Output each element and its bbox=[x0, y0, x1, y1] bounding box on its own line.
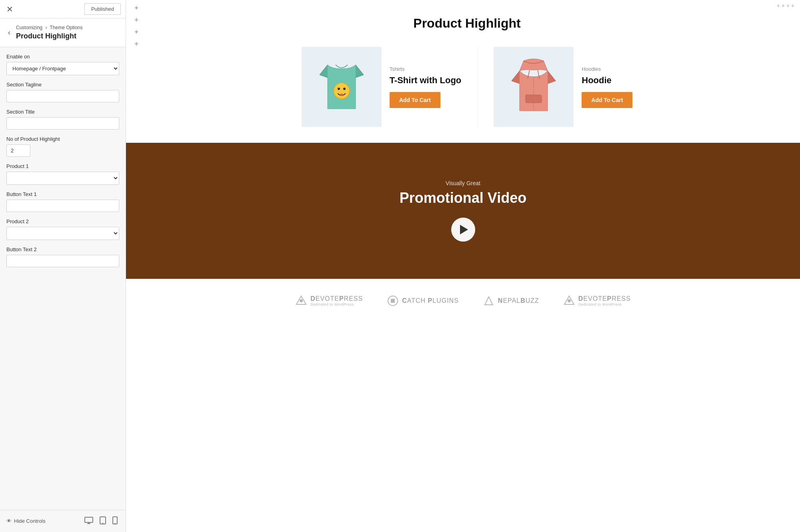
breadcrumb-arrow: › bbox=[45, 25, 47, 30]
product-image-1 bbox=[302, 47, 382, 127]
no-of-products-input[interactable] bbox=[6, 144, 30, 157]
product-image-2 bbox=[494, 47, 574, 127]
button-text2-label: Button Text 2 bbox=[6, 246, 119, 252]
video-section: Visually Great Promotional Video bbox=[126, 143, 800, 279]
product-category-2: Hoodies bbox=[582, 66, 632, 72]
add-section-btn-1[interactable]: + bbox=[132, 3, 141, 13]
breadcrumb-content: Customizing › Theme Options Product High… bbox=[16, 25, 83, 40]
close-button[interactable]: ✕ bbox=[5, 4, 15, 15]
section-tagline-input[interactable] bbox=[6, 90, 119, 102]
mobile-icon bbox=[112, 516, 118, 524]
devotepress-icon-2 bbox=[563, 295, 575, 307]
svg-point-9 bbox=[343, 88, 346, 90]
add-to-cart-btn-2[interactable]: Add To Cart bbox=[582, 92, 632, 108]
nepalbuzz-icon bbox=[483, 295, 495, 307]
logo-text-catchplugins: CATCH PLUGINS bbox=[402, 297, 459, 304]
back-button[interactable]: ‹ bbox=[6, 27, 12, 38]
product-card-1: Tshirts T-Shirt with Logo Add To Cart bbox=[286, 47, 478, 127]
enable-on-group: Enable on Homepage / Frontpage All Pages… bbox=[6, 54, 119, 75]
add-section-btn-4[interactable]: + bbox=[132, 39, 141, 49]
hide-controls-label: Hide Controls bbox=[14, 518, 46, 524]
product-info-1: Tshirts T-Shirt with Logo Add To Cart bbox=[390, 66, 462, 108]
section-tagline-group: Section Tagline bbox=[6, 82, 119, 102]
logo-sub-devotepress-2: Dedicated to WordPress bbox=[578, 302, 631, 306]
tablet-icon bbox=[100, 516, 106, 524]
desktop-icon bbox=[84, 517, 93, 524]
svg-point-7 bbox=[334, 83, 350, 99]
breadcrumb-section: Theme Options bbox=[50, 25, 83, 30]
button-text1-input[interactable] bbox=[6, 200, 119, 212]
button-text2-group: Button Text 2 bbox=[6, 246, 119, 267]
product1-group: Product 1 bbox=[6, 163, 119, 185]
section-title-group: Section Title bbox=[6, 109, 119, 130]
plus-corner-icon: + + + + bbox=[777, 2, 794, 9]
button-text2-input[interactable] bbox=[6, 255, 119, 267]
svg-point-6 bbox=[115, 523, 116, 524]
eye-icon: 👁 bbox=[6, 518, 12, 524]
breadcrumb-path: Customizing › Theme Options bbox=[16, 25, 83, 30]
video-tagline: Visually Great bbox=[400, 180, 526, 186]
hoodie-image bbox=[510, 55, 558, 119]
catchplugins-icon bbox=[387, 295, 399, 307]
published-button[interactable]: Published bbox=[84, 3, 121, 15]
logo-catchplugins: CATCH PLUGINS bbox=[387, 295, 459, 307]
hide-controls-button[interactable]: 👁 Hide Controls bbox=[6, 518, 46, 524]
product2-select[interactable] bbox=[6, 227, 119, 240]
logo-text-nepalbuzz: NEPALBUZZ bbox=[498, 297, 539, 304]
customizer-panel: ✕ Published ‹ Customizing › Theme Option… bbox=[0, 0, 126, 532]
logo-text-devotepress-2: DEVOTEPRESS Dedicated to WordPress bbox=[578, 295, 631, 306]
svg-point-10 bbox=[340, 94, 344, 96]
products-grid: Tshirts T-Shirt with Logo Add To Cart bbox=[150, 47, 784, 127]
panel-body: Enable on Homepage / Frontpage All Pages… bbox=[0, 47, 126, 510]
svg-point-16 bbox=[300, 299, 303, 302]
product1-select[interactable] bbox=[6, 172, 119, 185]
enable-on-select[interactable]: Homepage / Frontpage All Pages Disabled bbox=[6, 62, 119, 75]
logo-sub-devotepress-1: Dedicated to WordPress bbox=[310, 302, 363, 306]
logo-name-devotepress-1: DEVOTEPRESS bbox=[310, 295, 363, 302]
add-to-cart-btn-1[interactable]: Add To Cart bbox=[390, 92, 440, 108]
no-of-products-group: No of Product Highlight bbox=[6, 136, 119, 157]
logo-nepalbuzz: NEPALBUZZ bbox=[483, 295, 539, 307]
breadcrumb-title: Product Highlight bbox=[16, 32, 83, 40]
logos-section: DEVOTEPRESS Dedicated to WordPress CATCH… bbox=[126, 279, 800, 323]
logo-name-catchplugins: CATCH PLUGINS bbox=[402, 297, 459, 304]
logo-devotepress-2: DEVOTEPRESS Dedicated to WordPress bbox=[563, 295, 631, 307]
tablet-icon-button[interactable] bbox=[98, 515, 108, 528]
section-title-label: Section Title bbox=[6, 109, 119, 115]
product-highlight-section: Product Highlight bbox=[126, 0, 800, 143]
button-text1-label: Button Text 1 bbox=[6, 191, 119, 197]
product-card-2: Hoodies Hoodie Add To Cart bbox=[477, 47, 648, 127]
play-icon bbox=[460, 225, 468, 234]
plus-corner: + + + + bbox=[777, 2, 794, 9]
product-category-1: Tshirts bbox=[390, 66, 462, 72]
video-title: Promotional Video bbox=[400, 190, 526, 206]
play-button[interactable] bbox=[451, 218, 475, 242]
logo-name-devotepress-2: DEVOTEPRESS bbox=[578, 295, 631, 302]
logo-text-devotepress-1: DEVOTEPRESS Dedicated to WordPress bbox=[310, 295, 363, 306]
button-text1-group: Button Text 1 bbox=[6, 191, 119, 212]
product1-label: Product 1 bbox=[6, 163, 119, 169]
add-section-btn-3[interactable]: + bbox=[132, 27, 141, 37]
product2-group: Product 2 bbox=[6, 218, 119, 240]
desktop-icon-button[interactable] bbox=[83, 515, 95, 528]
svg-point-4 bbox=[102, 523, 103, 524]
logo-devotepress-1: DEVOTEPRESS Dedicated to WordPress bbox=[295, 295, 363, 307]
enable-on-label: Enable on bbox=[6, 54, 119, 60]
logo-name-nepalbuzz: NEPALBUZZ bbox=[498, 297, 539, 304]
video-content: Visually Great Promotional Video bbox=[400, 180, 526, 242]
product2-label: Product 2 bbox=[6, 218, 119, 224]
svg-rect-0 bbox=[85, 517, 93, 522]
devotepress-icon-1 bbox=[295, 295, 307, 307]
breadcrumb-nav: ‹ Customizing › Theme Options Product Hi… bbox=[0, 18, 126, 47]
section-title-input[interactable] bbox=[6, 117, 119, 130]
panel-header: ✕ Published bbox=[0, 0, 126, 18]
product-highlight-title: Product Highlight bbox=[150, 16, 784, 31]
tshirt-image bbox=[316, 57, 368, 117]
svg-point-8 bbox=[338, 88, 340, 90]
svg-point-20 bbox=[568, 299, 571, 302]
section-tagline-label: Section Tagline bbox=[6, 82, 119, 88]
add-section-btn-2[interactable]: + bbox=[132, 15, 141, 25]
no-of-products-label: No of Product Highlight bbox=[6, 136, 119, 142]
product-name-2: Hoodie bbox=[582, 75, 632, 86]
mobile-icon-button[interactable] bbox=[111, 515, 119, 528]
